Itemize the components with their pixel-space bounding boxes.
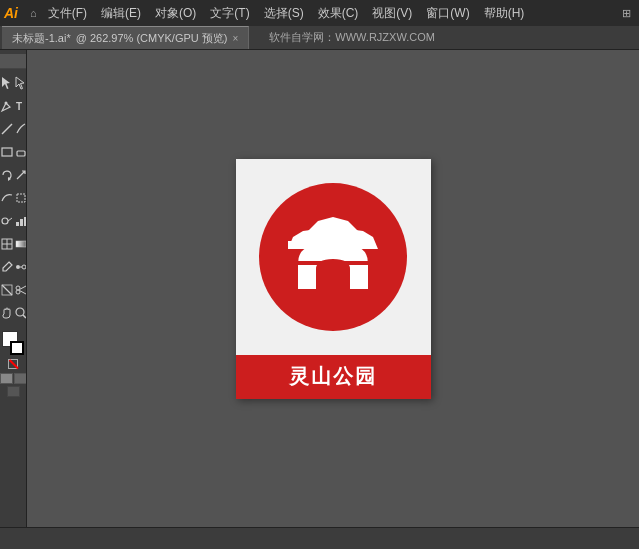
- eraser-tool[interactable]: [14, 141, 27, 163]
- svg-line-21: [2, 285, 12, 295]
- zoom-tool[interactable]: [14, 302, 27, 324]
- menu-object[interactable]: 对象(O): [148, 3, 203, 24]
- tab-bar: 未标题-1.ai* @ 262.97% (CMYK/GPU 预览) × 软件自学…: [0, 26, 639, 50]
- tab-info: @ 262.97% (CMYK/GPU 预览): [76, 31, 228, 46]
- menu-window[interactable]: 窗口(W): [419, 3, 476, 24]
- normal-mode-button[interactable]: [0, 373, 13, 384]
- svg-point-2: [5, 102, 8, 105]
- svg-rect-31: [360, 241, 368, 249]
- select-tool[interactable]: [0, 72, 14, 94]
- menu-bar: Ai ⌂ 文件(F) 编辑(E) 对象(O) 文字(T) 选择(S) 效果(C)…: [0, 0, 639, 26]
- slice-tool[interactable]: [0, 279, 14, 301]
- eyedropper-tool[interactable]: [0, 256, 14, 278]
- canvas-area[interactable]: 灵山公园: [27, 50, 639, 527]
- behind-mode-button[interactable]: [14, 373, 27, 384]
- free-transform-tool[interactable]: [14, 187, 27, 209]
- svg-line-4: [2, 124, 12, 134]
- svg-line-10: [8, 218, 12, 221]
- svg-line-28: [23, 315, 26, 318]
- direct-select-tool[interactable]: [14, 72, 27, 94]
- stroke-swatch[interactable]: [10, 341, 24, 355]
- left-toolbar: T: [0, 50, 27, 527]
- svg-rect-8: [17, 194, 25, 202]
- svg-rect-12: [20, 219, 23, 226]
- none-button[interactable]: [8, 359, 18, 369]
- menu-select[interactable]: 选择(S): [257, 3, 311, 24]
- svg-text:T: T: [16, 101, 22, 112]
- menu-file[interactable]: 文件(F): [41, 3, 94, 24]
- hand-tool[interactable]: [0, 302, 14, 324]
- scale-tool[interactable]: [14, 164, 27, 186]
- gradient-tool[interactable]: [14, 233, 27, 255]
- main-area: T: [0, 50, 639, 527]
- svg-point-19: [22, 265, 26, 269]
- svg-marker-1: [16, 77, 24, 89]
- column-graph-tool[interactable]: [14, 210, 27, 232]
- svg-rect-11: [16, 222, 19, 226]
- line-tool[interactable]: [0, 118, 14, 140]
- svg-point-24: [16, 286, 20, 290]
- svg-point-27: [16, 308, 24, 316]
- building-icon: [278, 209, 388, 304]
- svg-rect-33: [298, 261, 368, 265]
- logo-circle: [259, 183, 407, 331]
- pen-freeform-tool[interactable]: [14, 118, 27, 140]
- svg-rect-30: [300, 241, 306, 249]
- inside-mode-button[interactable]: [7, 386, 20, 397]
- home-icon[interactable]: ⌂: [26, 5, 41, 21]
- svg-point-9: [2, 218, 8, 224]
- menu-effect[interactable]: 效果(C): [311, 3, 366, 24]
- symbol-spray-tool[interactable]: [0, 210, 14, 232]
- svg-rect-17: [16, 241, 26, 247]
- pen-tool[interactable]: [0, 95, 14, 117]
- svg-rect-6: [17, 151, 25, 156]
- menu-edit[interactable]: 编辑(E): [94, 3, 148, 24]
- menu-text[interactable]: 文字(T): [203, 3, 256, 24]
- svg-point-18: [16, 265, 20, 269]
- ai-logo: Ai: [4, 5, 18, 21]
- svg-marker-0: [2, 77, 10, 89]
- banner-text: 灵山公园: [289, 363, 377, 390]
- warp-tool[interactable]: [0, 187, 14, 209]
- status-bar: [0, 527, 639, 549]
- menu-help[interactable]: 帮助(H): [477, 3, 532, 24]
- mesh-tool[interactable]: [0, 233, 14, 255]
- blend-tool[interactable]: [14, 256, 27, 278]
- svg-rect-32: [350, 241, 356, 249]
- logo-area: [236, 159, 431, 355]
- document-tab[interactable]: 未标题-1.ai* @ 262.97% (CMYK/GPU 预览) ×: [2, 26, 249, 49]
- rotate-tool[interactable]: [0, 164, 14, 186]
- scissors-tool[interactable]: [14, 279, 27, 301]
- menu-view[interactable]: 视图(V): [365, 3, 419, 24]
- svg-rect-5: [2, 148, 12, 156]
- tab-title: 未标题-1.ai*: [12, 31, 71, 46]
- text-banner: 灵山公园: [236, 355, 431, 399]
- artboard: 灵山公园: [236, 159, 431, 399]
- type-tool[interactable]: T: [14, 95, 27, 117]
- svg-rect-13: [24, 217, 26, 226]
- rect-tool[interactable]: [0, 141, 14, 163]
- workspace-icon[interactable]: ⊞: [618, 5, 635, 22]
- svg-point-23: [16, 290, 20, 294]
- svg-rect-29: [288, 241, 296, 249]
- ruler: [0, 54, 26, 69]
- website-label: 软件自学网：WWW.RJZXW.COM: [257, 27, 447, 48]
- tab-close-button[interactable]: ×: [232, 33, 238, 44]
